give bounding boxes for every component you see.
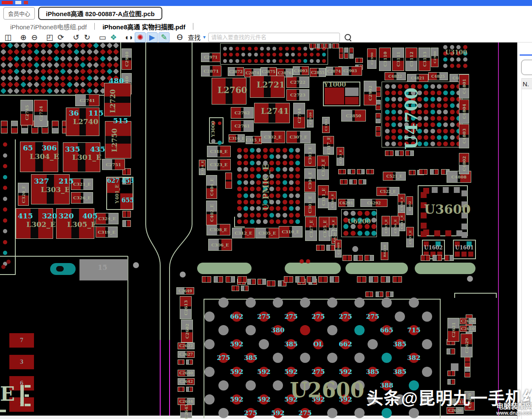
component-L2750[interactable]: [105, 121, 131, 159]
component-C536_E[interactable]: C536_E: [398, 194, 405, 213]
highlight-lamp-icon[interactable]: ✺: [135, 32, 146, 42]
component-C318_E[interactable]: C318_E: [207, 146, 231, 157]
component-C2645[interactable]: C2645: [180, 405, 192, 418]
component-C3113[interactable]: C3113: [419, 48, 430, 71]
component-C2722[interactable]: C2722: [286, 76, 309, 88]
component-C2990[interactable]: C2990: [431, 48, 439, 67]
component-C2744[interactable]: C2744: [293, 103, 305, 128]
component-C2723[interactable]: C2723: [286, 89, 309, 101]
zoom-selection-icon[interactable]: ◰: [45, 33, 55, 42]
split-view-icon[interactable]: ◫: [3, 33, 13, 42]
zoom-in-icon[interactable]: ⊕: [18, 33, 28, 42]
component-C326_E[interactable]: C326_E: [71, 192, 93, 204]
component-C2751[interactable]: C2751: [102, 159, 125, 170]
component-C2992[interactable]: C2992: [364, 81, 376, 105]
component-C307_E[interactable]: C307_E: [286, 131, 311, 143]
panel-list[interactable]: [521, 89, 532, 419]
component-L304_E[interactable]: [20, 142, 58, 172]
component-C4803[interactable]: C4803: [459, 124, 469, 148]
tab-pcb-document[interactable]: iPhone8高通 820-00887-A点位图.pcb: [38, 7, 162, 20]
component-L2721[interactable]: [250, 76, 285, 98]
component-C2629[interactable]: C2629: [461, 334, 473, 357]
bga-U6200[interactable]: [341, 209, 377, 237]
color-fan-icon[interactable]: ❖: [108, 33, 119, 42]
component-C2627[interactable]: C2627: [178, 351, 195, 358]
diode-direction-icon[interactable]: ▶: [147, 32, 158, 42]
bga-U3100[interactable]: [441, 43, 469, 69]
component-C306_E[interactable]: C306_E: [208, 239, 232, 251]
mirror-flip-icon[interactable]: ◖◗: [124, 33, 134, 42]
component-C6292[interactable]: C6292: [360, 199, 388, 207]
component-L2740[interactable]: [66, 108, 99, 136]
component-C2745[interactable]: C2745: [20, 100, 33, 125]
component-L2720[interactable]: [104, 83, 131, 116]
component-C2628[interactable]: C2628: [460, 318, 476, 324]
chevron-down-icon[interactable]: ▼: [202, 35, 207, 40]
component-C2621[interactable]: C2621: [447, 318, 459, 342]
component-C4822[interactable]: C4822: [385, 72, 406, 80]
component-C317_E[interactable]: C317_E: [323, 136, 334, 155]
component-C2910[interactable]: C2910: [307, 110, 314, 127]
component-C2640[interactable]: C2640: [178, 370, 195, 377]
component-C323_E[interactable]: C323_E: [207, 159, 231, 170]
component-C2850[interactable]: C2850: [341, 110, 366, 122]
component-C2724[interactable]: C2724: [34, 100, 48, 127]
component-C316_E[interactable]: C316_E: [229, 134, 245, 142]
component-C535_E[interactable]: C535_E: [406, 227, 414, 247]
component-C324_E[interactable]: C324_E: [96, 213, 119, 224]
component-C2909[interactable]: C2909: [335, 240, 342, 258]
component-C4804[interactable]: C4804: [459, 99, 469, 124]
component-L2741[interactable]: [254, 103, 290, 123]
tab-inductor-pdf[interactable]: iPhone7iPhone8电感组.pdf: [10, 22, 87, 31]
paint-roller-icon[interactable]: ▭: [97, 33, 108, 42]
component-C556_E[interactable]: C556_E: [391, 216, 399, 236]
component-C1093[interactable]: C1093: [293, 66, 309, 75]
pcb-canvas[interactable]: 7362C2971C2871C2741C2751C321_EC326_EC324…: [0, 42, 517, 419]
component-C2622[interactable]: C2622: [178, 343, 195, 349]
component-L303_E[interactable]: [31, 174, 70, 204]
component-C2874[interactable]: C2874: [326, 67, 342, 76]
zoom-out-icon[interactable]: ⊖: [29, 33, 40, 42]
component-C319_E[interactable]: C319_E: [96, 226, 118, 238]
component-C522_E[interactable]: C522_E: [376, 187, 399, 196]
component-C2875[interactable]: C2875: [260, 67, 277, 76]
component-C315_E[interactable]: C315_E: [246, 136, 262, 144]
component-C3111[interactable]: C3111: [392, 48, 404, 71]
rotate-left-icon[interactable]: ↺: [71, 33, 81, 42]
component-C404_E[interactable]: C404_E: [206, 175, 217, 199]
component-C313_E[interactable]: C313_E: [337, 147, 344, 166]
panel-search-box[interactable]: [521, 59, 532, 75]
component-C2761[interactable]: C2761: [231, 120, 254, 132]
component-C2644[interactable]: C2644: [178, 398, 195, 405]
component-C6291[interactable]: C6291: [338, 199, 354, 207]
find-label[interactable]: 查找: [188, 33, 201, 42]
component-C540_E[interactable]: C540_E: [328, 191, 337, 210]
component-C321_E[interactable]: C321_E: [71, 178, 93, 190]
component-L2760[interactable]: [212, 78, 246, 105]
component-C2602[interactable]: C2602: [181, 320, 193, 343]
mouse-mode-icon[interactable]: Ɵ: [175, 33, 185, 42]
component-C311_E[interactable]: C311_E: [318, 185, 329, 208]
component-C2855[interactable]: C2855: [310, 68, 326, 77]
component-C3112[interactable]: C3112: [405, 48, 417, 71]
component-C521_E[interactable]: C521_E: [383, 172, 406, 181]
component-C2971[interactable]: C2971: [201, 53, 221, 62]
tab-scan-pdf[interactable]: iPhone8高通 实物扫描图.pdf: [102, 22, 185, 31]
component-C322_E[interactable]: C322_E: [317, 156, 329, 180]
bga-U-PMIC-E[interactable]: [235, 146, 302, 226]
component-L301_E[interactable]: [63, 142, 100, 172]
component-C2610[interactable]: C2610: [460, 326, 476, 332]
component-C2871[interactable]: C2871: [201, 65, 221, 76]
component-C2872[interactable]: C2872: [228, 67, 244, 76]
bga-top-left[interactable]: [0, 42, 121, 95]
component-C327_E[interactable]: C327_E: [305, 217, 317, 241]
refresh-icon[interactable]: ⟳: [56, 33, 66, 42]
component-C2649[interactable]: C2649: [176, 287, 194, 294]
component-C312_E[interactable]: C312_E: [232, 228, 255, 238]
component-C602[interactable]: C602: [406, 196, 413, 215]
component-C2762[interactable]: C2762: [231, 107, 254, 119]
component-C310_E[interactable]: C310_E: [279, 226, 303, 238]
rotate-right-icon[interactable]: ↻: [82, 33, 92, 42]
component-C320_E[interactable]: C320_E: [18, 183, 29, 206]
component-R6210[interactable]: R6210: [381, 242, 388, 260]
